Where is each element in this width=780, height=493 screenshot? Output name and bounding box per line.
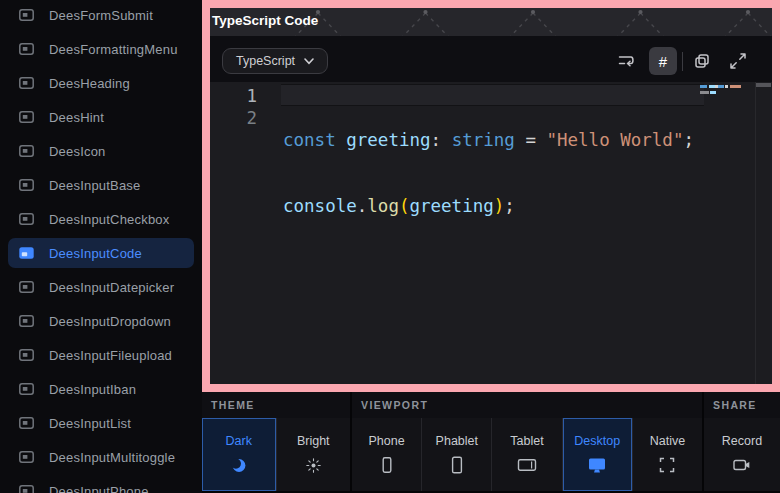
theme-group-label: THEME: [202, 392, 350, 418]
component-icon: [18, 415, 35, 431]
theme-dark-button[interactable]: Dark: [202, 418, 276, 491]
copy-icon[interactable]: [688, 47, 716, 75]
language-select-label: TypeScript: [236, 54, 295, 68]
sidebar-item-deesformsubmit[interactable]: DeesFormSubmit: [8, 0, 194, 30]
line-number: 2: [210, 107, 257, 129]
desktop-icon: [587, 455, 607, 475]
demo-frame: TypeScript Code TypeScript #: [202, 0, 780, 392]
component-icon-selected: [18, 245, 35, 261]
scrollbar-thumb[interactable]: [756, 83, 771, 87]
code-editor[interactable]: 1 2 const greeting: string = "Hello Worl…: [210, 82, 772, 384]
chevron-down-icon: [304, 54, 314, 68]
sidebar-item-label: DeesInputList: [49, 416, 131, 431]
viewport-desktop-button[interactable]: Desktop: [562, 418, 632, 491]
line-number: 1: [210, 85, 257, 107]
minimap: [700, 85, 754, 97]
sidebar-item-label: DeesInputIban: [49, 382, 136, 397]
sidebar-item-deesinputlist[interactable]: DeesInputList: [8, 408, 194, 438]
native-corners-icon: [659, 455, 675, 475]
viewport-native-button[interactable]: Native: [632, 418, 702, 491]
app-root: DeesFormSubmit DeesFormattingMenu DeesHe…: [0, 0, 780, 493]
viewport-group-label: VIEWPORT: [352, 392, 702, 418]
hash-glyph: #: [659, 54, 667, 69]
code-line-2: console.log(greeting);: [283, 195, 694, 217]
component-icon: [18, 449, 35, 465]
component-icon: [18, 177, 35, 193]
sidebar-item-deeshint[interactable]: DeesHint: [8, 102, 194, 132]
sidebar-item-deesinputfileupload[interactable]: DeesInputFileupload: [8, 340, 194, 370]
sidebar-item-label: DeesHint: [49, 110, 104, 125]
phablet-icon: [448, 455, 466, 475]
component-sidebar: DeesFormSubmit DeesFormattingMenu DeesHe…: [0, 0, 202, 493]
editor-scrollbar[interactable]: [755, 82, 772, 384]
sidebar-item-label: DeesHeading: [49, 76, 130, 91]
viewport-group: VIEWPORT Phone Phablet Tablet Desktop: [352, 392, 702, 493]
line-numbers-toggle-icon[interactable]: #: [649, 47, 677, 75]
sidebar-item-deesinputmultitoggle[interactable]: DeesInputMultitoggle: [8, 442, 194, 472]
bottom-toolbar: THEME Dark Bright VIEWPORT Phone: [202, 392, 780, 493]
record-camera-icon: [732, 455, 752, 475]
sidebar-item-label: DeesInputPhone: [49, 484, 149, 493]
sidebar-item-label: DeesInputDropdown: [49, 314, 171, 329]
sidebar-item-deesinputcheckbox[interactable]: DeesInputCheckbox: [8, 204, 194, 234]
share-record-button[interactable]: Record: [704, 418, 780, 491]
component-icon: [18, 279, 35, 295]
sidebar-item-deesinputdatepicker[interactable]: DeesInputDatepicker: [8, 272, 194, 302]
line-number-gutter: 1 2: [210, 85, 257, 129]
sidebar-item-deesheading[interactable]: DeesHeading: [8, 68, 194, 98]
viewport-phone-button[interactable]: Phone: [352, 418, 421, 491]
phone-icon: [378, 455, 396, 475]
sidebar-item-label: DeesInputFileupload: [49, 348, 172, 363]
theme-group: THEME Dark Bright: [202, 392, 350, 493]
code-input-component: TypeScript #: [210, 36, 772, 384]
sidebar-item-deesicon[interactable]: DeesIcon: [8, 136, 194, 166]
component-icon: [18, 75, 35, 91]
sidebar-item-label: DeesFormattingMenu: [49, 42, 178, 57]
share-group-label: SHARE: [704, 392, 780, 418]
component-icon: [18, 313, 35, 329]
sidebar-item-label: DeesInputCheckbox: [49, 212, 169, 227]
component-icon: [18, 7, 35, 23]
code-line-1: const greeting: string = "Hello World";: [283, 129, 694, 151]
theme-bright-button[interactable]: Bright: [276, 418, 351, 491]
word-wrap-icon[interactable]: [613, 47, 641, 75]
sidebar-item-deesinputdropdown[interactable]: DeesInputDropdown: [8, 306, 194, 336]
sidebar-item-label: DeesInputCode: [49, 246, 142, 261]
component-icon: [18, 41, 35, 57]
code-lines: const greeting: string = "Hello World"; …: [283, 85, 694, 261]
share-group: SHARE Record: [704, 392, 780, 493]
sidebar-item-deesformattingmenu[interactable]: DeesFormattingMenu: [8, 34, 194, 64]
sidebar-item-label: DeesInputDatepicker: [49, 280, 174, 295]
language-select[interactable]: TypeScript: [222, 48, 328, 74]
toolbar-separator: [682, 52, 683, 71]
sidebar-item-label: DeesInputMultitoggle: [49, 450, 175, 465]
component-icon: [18, 109, 35, 125]
sidebar-item-deesinputphone[interactable]: DeesInputPhone: [8, 476, 194, 493]
fullscreen-icon[interactable]: [724, 47, 752, 75]
component-icon: [18, 381, 35, 397]
demo-header: TypeScript Code: [210, 8, 772, 36]
sidebar-item-deesinputbase[interactable]: DeesInputBase: [8, 170, 194, 200]
sun-icon: [305, 455, 322, 475]
moon-icon: [230, 455, 247, 475]
sidebar-item-label: DeesFormSubmit: [49, 8, 153, 23]
sidebar-item-deesinputiban[interactable]: DeesInputIban: [8, 374, 194, 404]
sidebar-item-label: DeesInputBase: [49, 178, 141, 193]
viewport-phablet-button[interactable]: Phablet: [421, 418, 491, 491]
component-icon: [18, 347, 35, 363]
sidebar-item-label: DeesIcon: [49, 144, 106, 159]
component-icon: [18, 143, 35, 159]
sidebar-item-deesinputcode[interactable]: DeesInputCode: [8, 238, 194, 268]
code-toolbar: TypeScript #: [210, 36, 772, 82]
component-icon: [18, 211, 35, 227]
tablet-icon: [517, 455, 537, 475]
component-icon: [18, 483, 35, 493]
viewport-tablet-button[interactable]: Tablet: [491, 418, 561, 491]
demo-title: TypeScript Code: [212, 13, 318, 28]
